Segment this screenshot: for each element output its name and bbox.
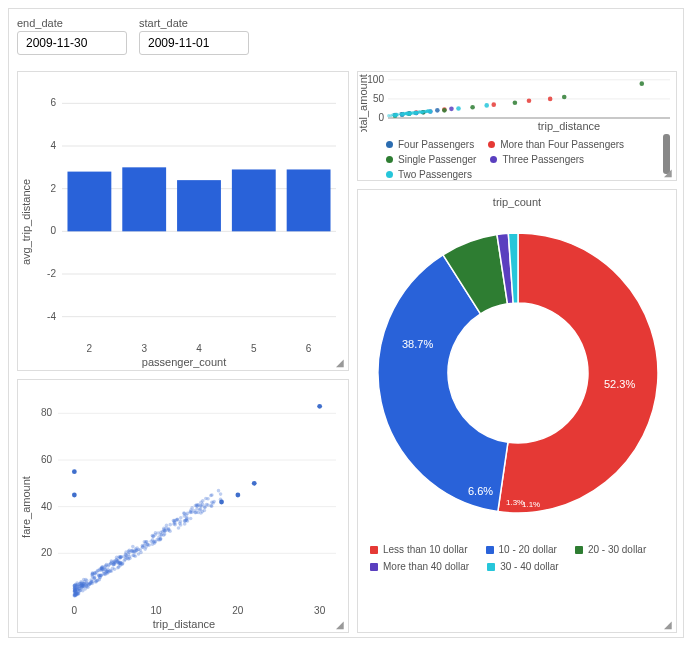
scatter-top-legend: Four Passengers More than Four Passenger… (358, 135, 676, 186)
svg-point-316 (137, 552, 141, 556)
end-date-input[interactable] (17, 31, 127, 55)
svg-point-49 (513, 100, 518, 105)
scatter-top-chart: 050100trip_distancetotal_amount (358, 72, 678, 132)
svg-point-447 (141, 544, 145, 548)
legend-swatch-icon (370, 546, 378, 554)
svg-point-61 (456, 106, 461, 111)
svg-point-448 (108, 569, 112, 573)
svg-point-454 (183, 519, 187, 523)
legend-item[interactable]: 10 - 20 dollar (486, 544, 557, 555)
svg-point-295 (138, 548, 142, 552)
start-date-input[interactable] (139, 31, 249, 55)
svg-point-446 (135, 549, 139, 553)
svg-point-394 (73, 588, 77, 592)
scrollbar[interactable] (663, 134, 670, 174)
svg-text:6: 6 (306, 343, 312, 354)
legend-dot-icon (490, 156, 497, 163)
svg-point-480 (252, 481, 257, 486)
svg-point-195 (165, 524, 169, 528)
svg-point-356 (149, 540, 153, 544)
svg-text:fare_amount: fare_amount (20, 476, 32, 538)
svg-text:0: 0 (378, 112, 384, 123)
legend-swatch-icon (486, 546, 494, 554)
svg-point-109 (417, 110, 420, 113)
svg-point-50 (562, 95, 567, 100)
svg-point-106 (395, 113, 398, 116)
svg-point-47 (442, 108, 447, 113)
svg-point-335 (128, 557, 132, 561)
svg-text:trip_distance: trip_distance (153, 618, 215, 630)
svg-point-426 (153, 541, 157, 545)
svg-point-42 (548, 97, 553, 102)
svg-text:50: 50 (373, 93, 385, 104)
svg-rect-12 (67, 172, 111, 232)
svg-rect-14 (122, 167, 166, 231)
svg-text:0: 0 (72, 605, 78, 616)
svg-text:80: 80 (41, 407, 53, 418)
filter-start-date: start_date (139, 17, 249, 55)
svg-point-40 (491, 102, 496, 107)
svg-point-255 (177, 526, 181, 530)
svg-point-466 (105, 563, 109, 567)
svg-text:4: 4 (50, 140, 56, 151)
svg-text:40: 40 (41, 501, 53, 512)
svg-point-452 (210, 493, 214, 497)
svg-point-409 (147, 543, 151, 547)
legend-item[interactable]: Three Passengers (490, 154, 584, 165)
svg-point-112 (405, 112, 408, 115)
svg-point-470 (77, 590, 81, 594)
resize-icon: ◢ (664, 619, 672, 630)
svg-point-469 (157, 538, 161, 542)
svg-text:-2: -2 (47, 268, 56, 279)
svg-rect-18 (232, 169, 276, 231)
svg-text:60: 60 (41, 454, 53, 465)
panel-trip-count-donut: trip_count 52.3% 38.7% 6.6% 1.3% 1.1% Le… (357, 189, 677, 633)
legend-label: More than Four Passengers (500, 139, 624, 150)
svg-point-475 (93, 571, 97, 575)
svg-point-203 (131, 545, 135, 549)
svg-text:avg_trip_distance: avg_trip_distance (20, 179, 32, 265)
svg-point-442 (103, 568, 107, 572)
legend-label: More than 40 dollar (383, 561, 469, 572)
svg-point-437 (82, 585, 86, 589)
svg-point-48 (470, 105, 475, 110)
legend-item[interactable]: 20 - 30 dollar (575, 544, 646, 555)
legend-dot-icon (386, 156, 393, 163)
legend-item[interactable]: 30 - 40 dollar (487, 561, 558, 572)
legend-item[interactable]: Less than 10 dollar (370, 544, 468, 555)
legend-item[interactable]: More than 40 dollar (370, 561, 469, 572)
legend-swatch-icon (487, 563, 495, 571)
svg-text:6: 6 (50, 97, 56, 108)
legend-dot-icon (386, 141, 393, 148)
dashboard: end_date start_date -4-2024623456passeng… (8, 8, 684, 638)
legend-item[interactable]: Single Passenger (386, 154, 476, 165)
svg-text:0: 0 (50, 225, 56, 236)
panel-fare-amount-scatter: 204060800102030trip_distancefare_amount … (17, 379, 349, 633)
svg-text:4: 4 (196, 343, 202, 354)
legend-label: 30 - 40 dollar (500, 561, 558, 572)
svg-text:5: 5 (251, 343, 257, 354)
svg-point-423 (211, 501, 215, 505)
svg-point-473 (98, 575, 102, 579)
legend-label: 20 - 30 dollar (588, 544, 646, 555)
svg-point-219 (179, 516, 183, 520)
svg-point-449 (182, 511, 186, 515)
svg-point-55 (449, 107, 454, 112)
legend-item[interactable]: Two Passengers (386, 169, 472, 180)
svg-text:trip_distance: trip_distance (538, 120, 600, 132)
legend-item[interactable]: More than Four Passengers (488, 139, 624, 150)
svg-point-463 (117, 565, 121, 569)
svg-point-478 (72, 469, 77, 474)
svg-point-460 (143, 547, 147, 551)
legend-dot-icon (488, 141, 495, 148)
legend-label: Three Passengers (502, 154, 584, 165)
svg-point-458 (119, 561, 123, 565)
svg-point-107 (401, 112, 404, 115)
legend-label: Two Passengers (398, 169, 472, 180)
svg-point-242 (189, 517, 193, 521)
svg-text:2: 2 (87, 343, 93, 354)
svg-point-51 (640, 81, 645, 86)
legend-item[interactable]: Four Passengers (386, 139, 474, 150)
svg-point-206 (168, 523, 172, 527)
svg-point-216 (127, 551, 131, 555)
